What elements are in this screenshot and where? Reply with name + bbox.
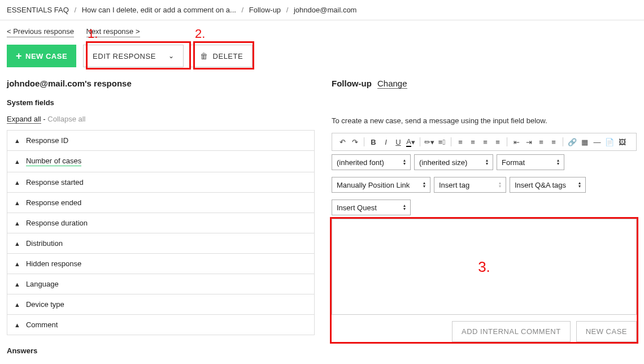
breadcrumb-item[interactable]: How can I delete, edit or add a comment … [82,6,236,14]
ordered-list-icon[interactable]: ≡ [536,136,547,148]
field-row[interactable]: ▲Response started [7,172,314,193]
chevron-down-icon: ⌄ [168,52,175,60]
insert-quest-select[interactable]: Insert Quest▴▾ [332,200,411,215]
field-label: Response duration [26,219,88,227]
field-label: Response started [26,178,84,187]
field-row[interactable]: ▲Hidden response [7,254,314,274]
breadcrumb-sep: / [241,6,243,14]
triangle-icon: ▲ [14,322,20,328]
table-icon[interactable]: ▦ [579,136,590,148]
add-internal-comment-button[interactable]: ADD INTERNAL COMMENT [452,321,571,342]
bold-icon[interactable]: B [368,136,379,148]
new-case-label: NEW CASE [25,52,67,60]
triangle-icon: ▲ [14,137,20,144]
expand-collapse: Expand all - Collapse all [7,115,315,123]
attachment-icon[interactable]: 📄 [604,136,615,148]
insert-tag-select[interactable]: Insert tag▴▾ [434,177,506,193]
redo-icon[interactable]: ↷ [349,136,360,148]
field-label: Distribution [26,239,63,248]
triangle-icon: ▲ [14,281,20,288]
field-label: Response ended [26,198,81,207]
field-row[interactable]: ▲Distribution [7,233,314,254]
field-row[interactable]: ▲Response ID [7,131,314,151]
field-label: Language [26,280,59,288]
font-select[interactable]: (inherited font)▴▾ [332,154,411,170]
delete-label: DELETE [213,52,243,60]
trash-icon: 🗑 [200,51,208,60]
indent-icon[interactable]: ⇥ [523,136,534,148]
plus-icon: + [16,50,22,62]
align-left-icon[interactable]: ≡ [455,136,466,148]
breadcrumb-item[interactable]: ESSENTIALS FAQ [7,6,69,14]
new-case-button[interactable]: + NEW CASE [7,45,76,67]
field-row[interactable]: ▲Language [7,274,314,294]
triangle-icon: ▲ [14,240,20,247]
field-row[interactable]: ▲Response ended [7,193,314,213]
action-bar: + NEW CASE EDIT RESPONSE ⌄ 🗑 DELETE 1. 2… [0,36,644,79]
triangle-icon: ▲ [14,220,20,227]
field-row[interactable]: ▲Number of cases [7,151,314,172]
field-label: Comment [26,320,58,329]
insert-qa-select[interactable]: Insert Q&A tags▴▾ [510,177,586,193]
system-fields-list: ▲Response ID ▲Number of cases ▲Response … [7,130,315,335]
editor-toolbar: ↶ ↷ B I U A▾ ✏▾ ≡⃠ ≡ ≡ ≡ ≡ ⇤ ⇥ ≡ ≡ 🔗 ▦ —… [332,133,637,151]
format-select[interactable]: Format▴▾ [497,154,564,170]
link-icon[interactable]: 🔗 [567,136,578,148]
align-justify-icon[interactable]: ≡ [492,136,503,148]
field-row[interactable]: ▲Response duration [7,213,314,233]
text-color-icon[interactable]: A▾ [405,136,416,148]
expand-all-link[interactable]: Expand all [7,115,41,124]
new-case-button-bottom[interactable]: NEW CASE [576,321,637,342]
breadcrumb: ESSENTIALS FAQ / How can I delete, edit … [0,0,644,20]
response-nav: < Previous response Next response > [0,20,644,36]
field-label: Device type [26,300,64,309]
triangle-icon: ▲ [14,261,20,267]
response-title: johndoe@mail.com's response [7,79,315,88]
align-right-icon[interactable]: ≡ [480,136,491,148]
breadcrumb-sep: / [286,6,289,14]
field-row[interactable]: ▲Device type [7,294,314,315]
field-label: Response ID [26,136,68,145]
triangle-icon: ▲ [14,179,20,186]
breadcrumb-item[interactable]: Follow-up [249,6,281,14]
triangle-icon: ▲ [14,200,20,206]
undo-icon[interactable]: ↶ [337,136,348,148]
message-editor[interactable] [332,219,637,315]
followup-header: Follow-up Change [332,79,637,88]
underline-icon[interactable]: U [393,136,404,148]
change-link[interactable]: Change [377,79,407,89]
hint-text: To create a new case, send a message usi… [332,116,637,125]
clear-format-icon[interactable]: ≡⃠ [436,136,447,148]
delete-button[interactable]: 🗑 DELETE [190,45,253,67]
unordered-list-icon[interactable]: ≡ [548,136,559,148]
italic-icon[interactable]: I [380,136,391,148]
followup-label: Follow-up [332,79,372,88]
field-row[interactable]: ▲Comment [7,315,314,335]
collapse-all-link[interactable]: Collapse all [47,115,85,123]
highlight-icon[interactable]: ✏▾ [424,136,435,148]
field-label: Hidden response [26,259,81,268]
align-center-icon[interactable]: ≡ [467,136,478,148]
image-icon[interactable]: 🖼 [616,136,628,148]
triangle-icon: ▲ [14,301,20,308]
breadcrumb-item[interactable]: johndoe@mail.com [294,6,356,14]
hr-icon[interactable]: — [591,136,603,148]
answers-header: Answers [7,346,315,355]
position-link-select[interactable]: Manually Position Link▴▾ [332,177,430,193]
outdent-icon[interactable]: ⇤ [511,136,522,148]
field-label: Number of cases [26,157,81,166]
edit-response-dropdown[interactable]: EDIT RESPONSE ⌄ [83,45,184,67]
edit-response-label: EDIT RESPONSE [93,52,156,60]
triangle-icon: ▲ [14,158,20,165]
size-select[interactable]: (inherited size)▴▾ [414,154,493,170]
system-fields-header: System fields [7,98,315,107]
breadcrumb-sep: / [74,6,76,14]
